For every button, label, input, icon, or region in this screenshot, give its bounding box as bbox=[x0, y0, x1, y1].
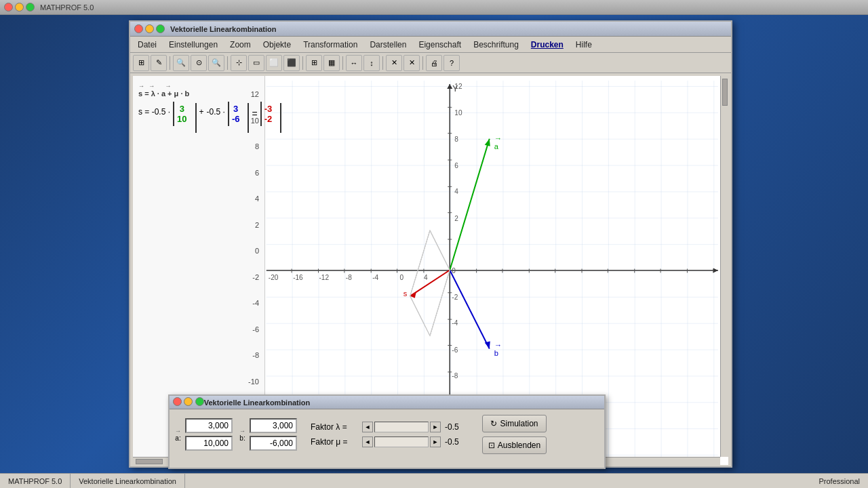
statusbar-module: Vektorielle Linearkombination bbox=[71, 474, 185, 488]
dialog-win-buttons bbox=[173, 397, 204, 408]
svg-text:-12: -12 bbox=[319, 274, 330, 281]
mu-dec-btn[interactable]: ◄ bbox=[362, 436, 373, 447]
dialog-content: → a: → b: bbox=[170, 409, 604, 460]
outer-title: MATHPROF 5.0 bbox=[40, 3, 94, 12]
tb-zoom-out-btn[interactable]: 🔍 bbox=[173, 55, 189, 71]
toolbar: ⊞ ✎ 🔍 ⊙ 🔍 ⊹ ▭ ⬜ ⬛ ⊞ ▦ ↔ ↕ ✕ ✕ 🖨 ? bbox=[130, 53, 731, 73]
vec-a-y-input[interactable] bbox=[185, 436, 233, 451]
tb-sep-3 bbox=[302, 56, 303, 70]
menu-datei[interactable]: Datei bbox=[132, 38, 163, 52]
dialog-close-icon[interactable] bbox=[173, 397, 182, 406]
action-buttons: ↻ Simulation ⊡ Ausblenden bbox=[482, 415, 547, 454]
y-label-6: 6 bbox=[248, 160, 259, 186]
vec-a-x-display: 3 bbox=[180, 104, 184, 114]
svg-text:a: a bbox=[494, 142, 499, 150]
factor-group: Faktor λ = ◄ ► -0.5 Faktor μ = ◄ ► bbox=[311, 422, 469, 447]
tb-chart-btn[interactable]: ▦ bbox=[323, 55, 340, 71]
svg-text:12: 12 bbox=[454, 83, 462, 90]
vec-b-inputs bbox=[250, 418, 297, 451]
vec-b-y-input[interactable] bbox=[250, 436, 297, 451]
close-icon[interactable] bbox=[4, 3, 13, 12]
tb-flip-h-btn[interactable]: ↔ bbox=[346, 55, 362, 71]
tb-rect-btn[interactable]: ▭ bbox=[248, 55, 264, 71]
tb-close-btn[interactable]: ✕ bbox=[386, 55, 402, 71]
tb-help-btn[interactable]: ? bbox=[443, 55, 460, 71]
minimize-icon[interactable] bbox=[15, 3, 24, 12]
vec-b-x-input[interactable] bbox=[250, 418, 297, 433]
y-label-n10: -10 bbox=[248, 369, 259, 395]
menu-beschriftung[interactable]: Beschriftung bbox=[467, 38, 525, 52]
main-maximize-icon[interactable] bbox=[156, 24, 165, 33]
vertical-scrollbar[interactable] bbox=[720, 76, 728, 457]
dialog-maximize-icon[interactable] bbox=[195, 397, 204, 406]
main-close-icon[interactable] bbox=[134, 24, 143, 33]
main-minimize-icon[interactable] bbox=[145, 24, 154, 33]
ausblenden-icon: ⊡ bbox=[488, 441, 495, 450]
y-label-n6: -6 bbox=[248, 317, 259, 343]
lambda-slider[interactable] bbox=[374, 422, 429, 432]
lambda-inc-btn[interactable]: ► bbox=[430, 422, 441, 432]
vector-b-group: → b: bbox=[239, 418, 297, 451]
menu-hilfe[interactable]: Hilfe bbox=[570, 38, 598, 52]
tb-select-btn[interactable]: ⊹ bbox=[231, 55, 247, 71]
menu-drucken[interactable]: Drucken bbox=[525, 38, 570, 52]
vec-a-x-input[interactable] bbox=[185, 418, 233, 433]
result-y-display: -2 bbox=[264, 114, 273, 124]
tb-sep-1 bbox=[170, 56, 170, 70]
vector-a-group: → a: bbox=[175, 418, 233, 451]
svg-text:0: 0 bbox=[400, 274, 404, 281]
h-scroll-thumb[interactable] bbox=[136, 459, 163, 464]
lambda-slider-container: ◄ ► bbox=[362, 422, 441, 432]
tb-flip-v-btn[interactable]: ↕ bbox=[363, 55, 380, 71]
maximize-icon[interactable] bbox=[26, 3, 35, 12]
tb-full-btn[interactable]: ⬛ bbox=[283, 55, 300, 71]
mu-label: Faktor μ = bbox=[311, 437, 358, 447]
svg-text:8: 8 bbox=[454, 136, 458, 143]
vec-b-y-display: -6 bbox=[232, 114, 240, 124]
tb-table-btn[interactable]: ⊞ bbox=[306, 55, 322, 71]
lambda-dec-btn[interactable]: ◄ bbox=[362, 422, 373, 432]
lambda-value: -0.5 bbox=[445, 422, 469, 432]
svg-text:-8: -8 bbox=[452, 372, 458, 380]
svg-text:4: 4 bbox=[424, 274, 428, 281]
y-label-0: 0 bbox=[248, 238, 259, 264]
mu-value: -0.5 bbox=[445, 437, 469, 447]
svg-text:-4: -4 bbox=[372, 274, 378, 281]
menu-eigenschaft[interactable]: Eigenschaft bbox=[412, 38, 467, 52]
y-label-n8: -8 bbox=[248, 342, 259, 369]
mu-val-formula: -0.5 bbox=[207, 107, 221, 117]
svg-text:2: 2 bbox=[454, 215, 458, 222]
mu-inc-btn[interactable]: ► bbox=[430, 436, 441, 447]
tb-print-btn[interactable]: 🖨 bbox=[426, 55, 442, 71]
svg-text:→: → bbox=[494, 134, 502, 142]
menu-transformation[interactable]: Transformation bbox=[297, 38, 363, 52]
svg-text:-2: -2 bbox=[452, 293, 458, 301]
svg-text:-20: -20 bbox=[269, 274, 279, 281]
svg-text:0: 0 bbox=[452, 267, 456, 274]
dialog-minimize-icon[interactable] bbox=[184, 397, 193, 406]
menu-darstellen[interactable]: Darstellen bbox=[363, 38, 412, 52]
simulation-button[interactable]: ↻ Simulation bbox=[482, 415, 547, 432]
menu-zoom[interactable]: Zoom bbox=[224, 38, 257, 52]
mu-slider-container: ◄ ► bbox=[362, 436, 441, 447]
vec-a-inputs bbox=[185, 418, 233, 451]
vec-a-label: → a: bbox=[175, 428, 181, 442]
lambda-row: Faktor λ = ◄ ► -0.5 bbox=[311, 422, 469, 432]
tb-zoom-in-btn[interactable]: 🔍 bbox=[208, 55, 224, 71]
tb-sep-4 bbox=[342, 56, 343, 70]
statusbar-edition: Professional bbox=[810, 474, 868, 488]
tb-delete-btn[interactable]: ✕ bbox=[403, 55, 420, 71]
svg-text:4: 4 bbox=[454, 188, 458, 195]
main-title: Vektorielle Linearkombination bbox=[170, 25, 277, 33]
mu-slider[interactable] bbox=[374, 436, 429, 447]
menu-objekte[interactable]: Objekte bbox=[257, 38, 297, 52]
menu-einstellungen[interactable]: Einstellungen bbox=[163, 38, 224, 52]
ausblenden-button[interactable]: ⊡ Ausblenden bbox=[482, 436, 547, 454]
tb-pen-btn[interactable]: ✎ bbox=[151, 55, 167, 71]
tb-frame-btn[interactable]: ⬜ bbox=[266, 55, 282, 71]
tb-grid-btn[interactable]: ⊞ bbox=[133, 55, 149, 71]
v-scroll-thumb[interactable] bbox=[722, 79, 728, 106]
tb-sep-5 bbox=[382, 56, 383, 70]
tb-zoom-reset-btn[interactable]: ⊙ bbox=[191, 55, 207, 71]
formula-box: → → → s = λ · a + μ · b s = -0.5 · 3 10 … bbox=[138, 81, 281, 133]
